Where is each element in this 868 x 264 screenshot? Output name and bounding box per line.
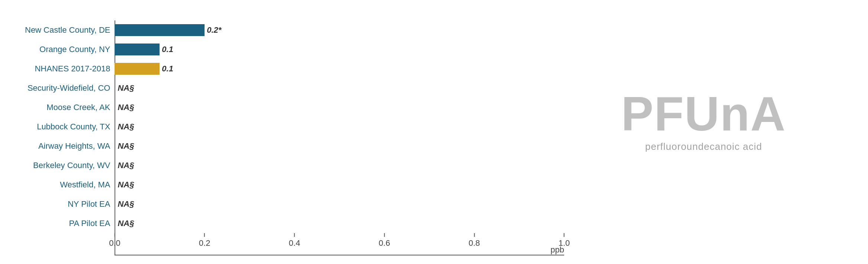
x-tick-line-5 bbox=[564, 233, 565, 237]
pfuna-subtitle: perfluoroundecanoic acid bbox=[645, 141, 762, 152]
bar-row-2: 0.1 bbox=[115, 59, 564, 78]
bar-value-label-0: 0.2* bbox=[207, 25, 221, 35]
bar-row-5: NA§ bbox=[115, 117, 564, 136]
bar-row-0: 0.2* bbox=[115, 20, 564, 40]
y-label-8: Westfield, MA bbox=[60, 175, 110, 194]
na-label-6: NA§ bbox=[118, 141, 134, 151]
bar-row-7: NA§ bbox=[115, 156, 564, 175]
y-label-7: Berkeley County, WV bbox=[33, 156, 110, 175]
bar-value-label-1: 0.1 bbox=[162, 45, 173, 54]
bar-2: 0.1 bbox=[115, 63, 160, 75]
x-tick-line-2 bbox=[294, 233, 295, 237]
bar-0: 0.2* bbox=[115, 24, 205, 36]
na-label-3: NA§ bbox=[118, 83, 134, 93]
chart-area: New Castle County, DEOrange County, NYNH… bbox=[25, 20, 564, 255]
y-label-1: Orange County, NY bbox=[39, 40, 110, 59]
bar-row-3: NA§ bbox=[115, 78, 564, 98]
left-panel: New Castle County, DEOrange County, NYNH… bbox=[25, 9, 564, 255]
right-panel: PFUnA perfluoroundecanoic acid bbox=[564, 9, 843, 255]
y-label-10: PA Pilot EA bbox=[69, 214, 110, 233]
x-tick-label-2: 0.4 bbox=[289, 238, 300, 248]
chart-container: New Castle County, DEOrange County, NYNH… bbox=[25, 9, 843, 255]
x-tick-label-1: 0.2 bbox=[199, 238, 210, 248]
bar-row-9: NA§ bbox=[115, 194, 564, 214]
y-label-9: NY Pilot EA bbox=[68, 194, 110, 214]
bar-row-6: NA§ bbox=[115, 136, 564, 156]
x-tick-label-3: 0.6 bbox=[379, 238, 390, 248]
na-label-10: NA§ bbox=[118, 219, 134, 228]
y-label-4: Moose Creek, AK bbox=[46, 98, 110, 117]
bar-row-4: NA§ bbox=[115, 98, 564, 117]
bars-area: 0.2*0.10.1NA§NA§NA§NA§NA§NA§NA§NA§ bbox=[115, 20, 564, 233]
y-label-3: Security-Widefield, CO bbox=[28, 78, 110, 98]
na-label-4: NA§ bbox=[118, 103, 134, 112]
y-label-2: NHANES 2017-2018 bbox=[35, 59, 110, 78]
na-label-7: NA§ bbox=[118, 161, 134, 170]
y-label-5: Lubbock County, TX bbox=[37, 117, 110, 136]
y-label-0: New Castle County, DE bbox=[25, 20, 110, 40]
x-tick-label-4: 0.8 bbox=[469, 238, 480, 248]
x-axis-container: 0.00.20.40.60.81.0ppb bbox=[115, 233, 564, 255]
na-label-5: NA§ bbox=[118, 122, 134, 132]
na-label-9: NA§ bbox=[118, 199, 134, 209]
bar-row-8: NA§ bbox=[115, 175, 564, 194]
pfuna-title: PFUnA bbox=[621, 90, 786, 138]
x-tick-4: 0.8 bbox=[469, 233, 480, 248]
bars-wrapper: 0.2*0.10.1NA§NA§NA§NA§NA§NA§NA§NA§ 0.00.… bbox=[115, 20, 564, 255]
bar-value-label-2: 0.1 bbox=[162, 64, 173, 74]
x-tick-line-4 bbox=[474, 233, 475, 237]
x-tick-line-0 bbox=[114, 233, 115, 237]
x-tick-0: 0.0 bbox=[109, 233, 120, 248]
x-ticks: 0.00.20.40.60.81.0ppb bbox=[115, 233, 564, 255]
bar-row-10: NA§ bbox=[115, 214, 564, 233]
y-labels: New Castle County, DEOrange County, NYNH… bbox=[25, 20, 115, 255]
y-label-6: Airway Heights, WA bbox=[38, 136, 110, 156]
axis-line bbox=[115, 255, 564, 255]
x-tick-2: 0.4 bbox=[289, 233, 300, 248]
na-label-8: NA§ bbox=[118, 180, 134, 190]
x-tick-label-0: 0.0 bbox=[109, 238, 120, 248]
x-tick-line-1 bbox=[204, 233, 205, 237]
x-tick-1: 0.2 bbox=[199, 233, 210, 248]
bar-row-1: 0.1 bbox=[115, 40, 564, 59]
bar-1: 0.1 bbox=[115, 44, 160, 55]
x-tick-3: 0.6 bbox=[379, 233, 390, 248]
x-axis-unit-label: ppb bbox=[550, 245, 564, 255]
x-tick-line-3 bbox=[384, 233, 385, 237]
